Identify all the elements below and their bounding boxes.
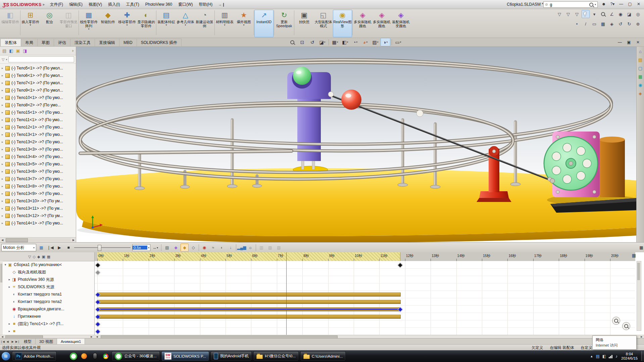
- simulation-export-button[interactable]: ▧: [275, 244, 283, 252]
- motion-tree-item[interactable]: ↓Притяжение: [3, 313, 95, 320]
- tab-装配体[interactable]: 装配体: [0, 39, 21, 46]
- large-assembly-mode-button[interactable]: ◱大型装配体模式: [314, 10, 333, 37]
- browser-360-taskbar-button[interactable]: 公众号 - 360极速...: [112, 351, 160, 361]
- timeline-change-bar[interactable]: [97, 315, 401, 319]
- start-button[interactable]: ⊞: [1, 352, 10, 361]
- scroll-left-icon[interactable]: ◀: [0, 239, 5, 242]
- feature-tree-item[interactable]: ▸(-) Тело13<4> ->? (По умо...: [0, 153, 76, 160]
- zoom-area-button[interactable]: ⊡: [297, 38, 307, 46]
- filter-driving-icon[interactable]: ◆: [37, 255, 40, 259]
- redo-icon[interactable]: ↻: [625, 20, 633, 28]
- bom-button[interactable]: ▥材料明细表▾: [215, 10, 234, 37]
- bottom-tab-3[interactable]: Анимация1: [57, 339, 85, 345]
- realview-button[interactable]: ◉RealView图形: [333, 10, 352, 37]
- tree-filter-input[interactable]: [8, 56, 74, 62]
- apply-scene-button[interactable]: ▨▾: [370, 38, 380, 46]
- tab-渲染工具[interactable]: 渲染工具: [70, 39, 95, 46]
- panel-horizontal-scrollbar[interactable]: ◀ ▶: [0, 237, 76, 242]
- custom-properties-icon[interactable]: ◈: [639, 91, 642, 96]
- scroll-left-icon[interactable]: ◀: [95, 335, 99, 338]
- design-library-icon[interactable]: ▤: [638, 57, 642, 62]
- panel-collapse-button[interactable]: ›: [72, 48, 73, 53]
- move-component-button[interactable]: ✚移动零部件▾: [117, 10, 137, 37]
- close-button[interactable]: ✕: [635, 1, 643, 7]
- search-icon[interactable]: [589, 3, 593, 7]
- feature-tree-item[interactable]: ▸(-) Тело13<10> ->? (По ум...: [0, 197, 76, 205]
- menu-expand-icon[interactable]: ▸: [43, 2, 45, 7]
- feature-tree-item[interactable]: ▸(-) Тело13<7> ->? (По умо...: [0, 175, 76, 183]
- photoshop-taskbar-button[interactable]: PsAdobe Photosh...: [12, 351, 56, 361]
- feature-tree-item[interactable]: ▸(-) Тело12<1> ->? (По умо...: [0, 123, 76, 131]
- filter-all-icon[interactable]: ▽: [28, 255, 31, 259]
- motion-tree-scrollbar[interactable]: [0, 261, 3, 335]
- feature-tree-item[interactable]: ▸(-) Тело13<2> ->? (По умо...: [0, 138, 76, 146]
- motion-tree-item[interactable]: ▸◨PhotoView 360 光源: [3, 276, 95, 283]
- stop-button[interactable]: ■: [64, 244, 72, 252]
- assembly-features-button[interactable]: ▤装配体特征▾: [157, 10, 176, 37]
- zoom-fit-button[interactable]: [287, 38, 297, 46]
- search-scope-icon[interactable]: ⊘: [545, 3, 548, 6]
- camera-button[interactable]: ▭▾: [393, 38, 403, 46]
- tab-nav-icon-4[interactable]: ▶❘: [15, 339, 20, 345]
- edit-appearance-button[interactable]: ◕▾: [360, 38, 370, 46]
- feature-tree-item[interactable]: ▸(-) Тело15<1> ->? (По умо...: [0, 109, 76, 116]
- spring-button[interactable]: ≈: [209, 244, 217, 252]
- timeline-key-black[interactable]: [398, 262, 403, 268]
- tab-布局[interactable]: 布局: [21, 39, 38, 46]
- bottom-tab-2[interactable]: 3D 视图: [36, 339, 57, 345]
- motion-tree-item[interactable]: ◇视向及相机视图: [3, 268, 95, 276]
- displaymanager-tab[interactable]: ◨: [23, 48, 27, 53]
- filter-vertex-icon[interactable]: •: [573, 20, 581, 28]
- tab-nav-icon-2[interactable]: ◀: [5, 339, 10, 345]
- scroll-track[interactable]: [5, 238, 71, 242]
- gravity-button[interactable]: ↓: [227, 244, 235, 252]
- menu-pin-icon[interactable]: →❙: [218, 2, 225, 7]
- search-input[interactable]: [549, 2, 588, 7]
- search-box[interactable]: ⊘ ▾: [543, 1, 598, 8]
- viewport[interactable]: [0, 46, 637, 242]
- undo-icon[interactable]: ↺: [616, 20, 625, 28]
- edit-component-button[interactable]: ◧编辑零部件: [1, 10, 20, 37]
- component-preview-button[interactable]: ◫零部件预览窗口: [59, 10, 78, 37]
- play-button[interactable]: ▶: [55, 244, 63, 252]
- mate-button[interactable]: ◎配合: [40, 10, 59, 37]
- select-arrow-icon[interactable]: [582, 10, 590, 18]
- app-blue-quicklaunch-icon[interactable]: [58, 352, 67, 361]
- motion-tree-item[interactable]: ◐Контакт твердого тела2: [3, 298, 95, 305]
- mass-properties-icon[interactable]: ◉: [616, 10, 625, 18]
- filter-selected-icon[interactable]: ▣: [42, 255, 45, 259]
- motor-button[interactable]: ◉: [200, 244, 208, 252]
- view-palette-icon[interactable]: ▦: [638, 74, 642, 79]
- view-settings-button[interactable]: ◑▾: [381, 38, 390, 46]
- calculate-button[interactable]: ▦: [37, 244, 45, 252]
- timeline-vertical-scrollbar[interactable]: [637, 261, 641, 331]
- filter-edge-icon[interactable]: /: [582, 20, 590, 28]
- study-type-select[interactable]: Motion 分析 ▾: [1, 244, 36, 251]
- doc-close-button[interactable]: ✕: [634, 39, 642, 46]
- file-explorer-icon[interactable]: ▢: [638, 66, 642, 71]
- user-account-icon[interactable]: ☻: [600, 1, 608, 7]
- menu-item-8[interactable]: 帮助(H): [196, 0, 216, 9]
- rebuild-icon[interactable]: ⊕: [634, 20, 642, 28]
- feature-tree-item[interactable]: ▸(-) Тело6<1> ->? (По умол...: [0, 72, 76, 79]
- network-tray-popup[interactable]: 网络 Internet 访问: [592, 335, 637, 350]
- reference-geometry-button[interactable]: △参考几何体▾: [176, 10, 195, 37]
- linear-pattern-button[interactable]: ▦线性零部件阵列▾: [79, 10, 98, 37]
- browser-360-quicklaunch-icon[interactable]: [69, 352, 78, 361]
- assembly-random-color-button[interactable]: ◈装配体随机变颜色: [391, 10, 410, 37]
- menu-item-1[interactable]: 文件(F): [47, 0, 66, 9]
- bottom-tab-1[interactable]: 模型: [20, 339, 36, 345]
- timeline-zoom-out-button[interactable]: [622, 322, 630, 330]
- update-speedpak-button[interactable]: ↻更新Speedpak: [275, 10, 294, 37]
- tray-display-icon[interactable]: ◧: [602, 354, 606, 359]
- tray-expand-icon[interactable]: ▲: [590, 355, 593, 358]
- exploded-view-button[interactable]: ★爆炸视图▾: [234, 10, 253, 37]
- filter-funnel-icon[interactable]: ▽: [555, 10, 563, 18]
- magnet-mate-icon[interactable]: ◈: [608, 20, 616, 28]
- search-caret-icon[interactable]: ▾: [595, 3, 596, 6]
- timeline-change-bar[interactable]: [97, 293, 401, 297]
- folder-taskbar-button[interactable]: H:\微信公众号\0...: [253, 351, 298, 361]
- folder-taskbar-button[interactable]: C:\Users\Admini...: [300, 351, 346, 361]
- show-hidden-button[interactable]: ◐显示隐藏的零部件: [137, 10, 156, 37]
- tab-评估[interactable]: 评估: [54, 39, 70, 46]
